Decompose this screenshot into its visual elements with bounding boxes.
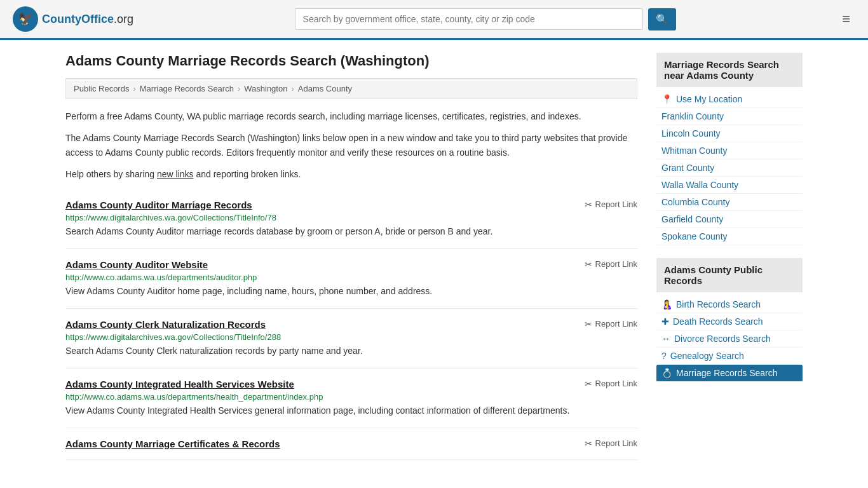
sidebar-public-records-header: Adams County Public Records (656, 258, 803, 292)
menu-button[interactable]: ≡ (837, 8, 855, 30)
result-url-3: http://www.co.adams.wa.us/departments/he… (65, 392, 637, 402)
county-link-2[interactable]: Whitman County (661, 146, 797, 156)
logo-icon: 🦅 (13, 6, 38, 32)
sidebar-county-item[interactable]: Franklin County (656, 108, 803, 125)
sidebar-use-location[interactable]: 📍 Use My Location (656, 91, 803, 108)
breadcrumb-public-records[interactable]: Public Records (74, 84, 129, 93)
report-link-3[interactable]: ✂ Report Link (585, 379, 637, 389)
report-icon-4: ✂ (585, 438, 592, 449)
record-link-0[interactable]: 🤱 Birth Records Search (661, 299, 797, 309)
sidebar-county-list: Franklin CountyLincoln CountyWhitman Cou… (656, 108, 803, 245)
description-2: The Adams County Marriage Records Search… (65, 131, 637, 159)
result-item: Adams County Integrated Health Services … (65, 369, 637, 428)
sidebar-county-item[interactable]: Whitman County (656, 142, 803, 159)
report-link-2[interactable]: ✂ Report Link (585, 319, 637, 329)
content-area: Adams County Marriage Records Search (Wa… (65, 53, 637, 460)
county-link-3[interactable]: Grant County (661, 163, 797, 173)
report-link-4[interactable]: ✂ Report Link (585, 438, 637, 449)
location-icon: 📍 (661, 94, 672, 104)
county-link-1[interactable]: Lincoln County (661, 128, 797, 139)
result-desc-3: View Adams County Integrated Health Serv… (65, 404, 637, 417)
county-link-6[interactable]: Garfield County (661, 214, 797, 224)
sidebar: Marriage Records Search near Adams Count… (656, 53, 803, 460)
result-item: Adams County Auditor Marriage Records ✂ … (65, 189, 637, 249)
record-link-4[interactable]: 💍Marriage Records Search (661, 368, 797, 378)
logo-area: 🦅 CountyOffice.org (13, 6, 133, 32)
result-desc-2: Search Adams County Clerk naturalization… (65, 344, 637, 358)
sidebar-nearby-section: Marriage Records Search near Adams Count… (656, 53, 803, 245)
sidebar-record-item[interactable]: ? Genealogy Search (656, 348, 803, 365)
description-3: Help others by sharing new links and rep… (65, 167, 637, 181)
description-3-after: and reporting broken links. (194, 169, 301, 179)
result-desc-0: Search Adams County Auditor marriage rec… (65, 225, 637, 238)
report-icon-2: ✂ (585, 319, 592, 329)
breadcrumb: Public Records › Marriage Records Search… (65, 78, 637, 99)
record-icon-0: 🤱 (661, 299, 672, 309)
site-header: 🦅 CountyOffice.org 🔍 ≡ (0, 0, 868, 40)
report-link-1[interactable]: ✂ Report Link (585, 259, 637, 269)
result-title-4[interactable]: Adams County Marriage Certificates & Rec… (65, 438, 280, 449)
report-icon-3: ✂ (585, 379, 592, 389)
sidebar-nearby-header: Marriage Records Search near Adams Count… (656, 53, 803, 87)
logo-text: CountyOffice.org (42, 13, 133, 26)
search-button[interactable]: 🔍 (648, 8, 676, 30)
main-container: Adams County Marriage Records Search (Wa… (53, 40, 815, 473)
sidebar-county-item[interactable]: Spokane County (656, 228, 803, 245)
logo-suffix: .org (114, 13, 133, 25)
county-link-4[interactable]: Walla Walla County (661, 180, 797, 190)
sidebar-records-list: 🤱 Birth Records Search✚ Death Records Se… (656, 296, 803, 382)
county-link-0[interactable]: Franklin County (661, 111, 797, 121)
record-link-2[interactable]: ↔ Divorce Records Search (661, 334, 797, 344)
sidebar-record-item[interactable]: ✚ Death Records Search (656, 313, 803, 330)
result-url-2: https://www.digitalarchives.wa.gov/Colle… (65, 332, 637, 342)
sidebar-record-item[interactable]: 🤱 Birth Records Search (656, 296, 803, 313)
result-item: Adams County Clerk Naturalization Record… (65, 309, 637, 369)
search-input[interactable] (295, 8, 643, 30)
record-icon-2: ↔ (661, 334, 670, 344)
result-title-2[interactable]: Adams County Clerk Naturalization Record… (65, 319, 266, 330)
record-icon-3: ? (661, 351, 667, 361)
sidebar-county-item[interactable]: Lincoln County (656, 125, 803, 142)
county-link-5[interactable]: Columbia County (661, 197, 797, 207)
description-1: Perform a free Adams County, WA public m… (65, 109, 637, 123)
result-title-1[interactable]: Adams County Auditor Website (65, 259, 208, 270)
breadcrumb-sep-3: › (291, 84, 294, 93)
county-link-7[interactable]: Spokane County (661, 231, 797, 241)
search-area: 🔍 (295, 8, 676, 30)
result-url-0: https://www.digitalarchives.wa.gov/Colle… (65, 213, 637, 222)
breadcrumb-sep-2: › (238, 84, 240, 93)
sidebar-record-item[interactable]: ↔ Divorce Records Search (656, 330, 803, 348)
result-item: Adams County Marriage Certificates & Rec… (65, 428, 637, 460)
record-icon-4: 💍 (661, 368, 672, 378)
search-icon: 🔍 (656, 14, 668, 25)
result-url-1: http://www.co.adams.wa.us/departments/au… (65, 273, 637, 282)
sidebar-record-item[interactable]: 💍Marriage Records Search (656, 365, 803, 382)
page-title: Adams County Marriage Records Search (Wa… (65, 53, 637, 69)
new-links-link[interactable]: new links (157, 169, 194, 179)
breadcrumb-marriage-records[interactable]: Marriage Records Search (140, 84, 234, 93)
results-list: Adams County Auditor Marriage Records ✂ … (65, 189, 637, 460)
sidebar-county-item[interactable]: Walla Walla County (656, 177, 803, 194)
report-icon-1: ✂ (585, 259, 592, 269)
report-icon-0: ✂ (585, 200, 592, 210)
record-icon-1: ✚ (661, 316, 669, 327)
sidebar-public-records-section: Adams County Public Records 🤱 Birth Reco… (656, 258, 803, 382)
use-location-link[interactable]: 📍 Use My Location (661, 94, 797, 104)
result-title-0[interactable]: Adams County Auditor Marriage Records (65, 200, 252, 210)
result-title-3[interactable]: Adams County Integrated Health Services … (65, 379, 294, 390)
report-link-0[interactable]: ✂ Report Link (585, 200, 637, 210)
hamburger-icon: ≡ (842, 11, 850, 27)
record-link-1[interactable]: ✚ Death Records Search (661, 316, 797, 327)
breadcrumb-adams-county[interactable]: Adams County (298, 84, 352, 93)
logo-brand: CountyOffice (42, 13, 114, 25)
record-link-3[interactable]: ? Genealogy Search (661, 351, 797, 361)
breadcrumb-sep-1: › (133, 84, 135, 93)
sidebar-county-item[interactable]: Garfield County (656, 211, 803, 228)
result-item: Adams County Auditor Website ✂ Report Li… (65, 249, 637, 309)
sidebar-county-item[interactable]: Grant County (656, 159, 803, 177)
result-desc-1: View Adams County Auditor home page, inc… (65, 285, 637, 298)
breadcrumb-washington[interactable]: Washington (244, 84, 287, 93)
description-3-before: Help others by sharing (65, 169, 157, 179)
sidebar-county-item[interactable]: Columbia County (656, 194, 803, 211)
sidebar-nearby-list: 📍 Use My Location (656, 91, 803, 108)
